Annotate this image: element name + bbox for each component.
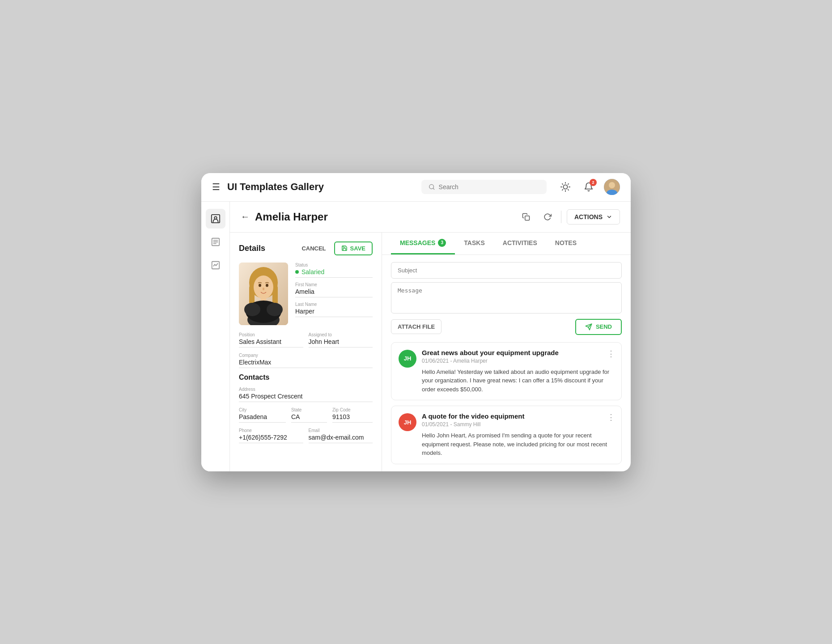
position-field: Position Sales Assistant <box>239 332 303 347</box>
city-state-zip-row: City Pasadena State CA Zip Code 91103 <box>239 407 373 423</box>
save-button[interactable]: SAVE <box>334 242 373 255</box>
msg1-content: Great news about your equipment upgrade … <box>422 349 614 394</box>
msg2-title: A quote for the video equipment <box>422 412 614 420</box>
msg1-body: Hello Amelia! Yesterday we talked about … <box>422 368 614 394</box>
profile-fields: Status Salaried First Name Amelia <box>295 263 373 325</box>
header-actions: ACTIONS <box>518 209 620 225</box>
status-value: Salaried <box>295 268 373 278</box>
search-bar <box>421 180 547 194</box>
city-field: City Pasadena <box>239 407 286 423</box>
svg-rect-21 <box>525 216 530 220</box>
app-title: UI Templates Gallery <box>227 181 421 193</box>
compose-area: ATTACH FILE SEND <box>391 262 622 335</box>
state-label: State <box>291 407 327 412</box>
svg-point-2 <box>563 185 567 189</box>
last-name-value: Harper <box>295 308 373 317</box>
sidebar <box>201 202 230 471</box>
last-name-field: Last Name Harper <box>295 302 373 317</box>
refresh-icon-btn[interactable] <box>539 209 556 225</box>
user-avatar-img <box>604 179 620 195</box>
first-name-label: First Name <box>295 282 373 287</box>
msg1-menu[interactable]: ⋮ <box>607 349 615 359</box>
header-divider <box>561 211 561 223</box>
phone-field: Phone +1(626)555-7292 <box>239 428 303 443</box>
message-input[interactable] <box>391 282 622 314</box>
cancel-button[interactable]: CANCEL <box>297 242 330 254</box>
message-card-2: JH A quote for the video equipment 01/05… <box>391 406 622 464</box>
state-field: State CA <box>291 407 327 423</box>
address-value: 645 Prospect Crescent <box>239 393 373 402</box>
first-name-field: First Name Amelia <box>295 282 373 297</box>
two-panel: Details CANCEL SAVE <box>230 233 631 471</box>
msg1-title: Great news about your equipment upgrade <box>422 349 614 356</box>
sidebar-item-contacts[interactable] <box>206 209 225 229</box>
msg2-menu[interactable]: ⋮ <box>607 412 615 422</box>
assigned-field: Assigned to John Heart <box>309 332 373 347</box>
address-field: Address 645 Prospect Crescent <box>239 387 373 402</box>
address-label: Address <box>239 387 373 392</box>
left-panel: Details CANCEL SAVE <box>230 233 382 471</box>
msg2-body: Hello John Heart, As promised I'm sendin… <box>422 431 614 458</box>
svg-point-26 <box>254 275 273 299</box>
user-avatar[interactable] <box>604 179 620 195</box>
svg-line-1 <box>433 188 434 190</box>
svg-line-9 <box>562 190 563 190</box>
page-title-row: ← Amelia Harper <box>241 211 328 223</box>
top-nav: ☰ UI Templates Gallery <box>201 173 631 202</box>
tabs-bar: MESSAGES 3 TASKS ACTIVITIES NOTES <box>382 233 631 255</box>
profile-photo <box>239 263 288 325</box>
list-icon <box>211 237 221 247</box>
svg-line-6 <box>568 190 569 190</box>
send-icon <box>585 323 592 330</box>
first-name-value: Amelia <box>295 288 373 297</box>
copy-icon-btn[interactable] <box>518 209 534 225</box>
position-assigned-row: Position Sales Assistant Assigned to Joh… <box>239 332 373 347</box>
settings-icon-btn[interactable] <box>557 179 573 195</box>
back-icon[interactable]: ← <box>241 212 250 222</box>
status-label: Status <box>295 263 373 267</box>
page-header: ← Amelia Harper <box>230 202 631 233</box>
hamburger-icon[interactable]: ☰ <box>212 182 220 192</box>
status-field-group: Status Salaried <box>295 263 373 278</box>
state-value: CA <box>291 413 327 423</box>
send-button[interactable]: SEND <box>575 319 622 335</box>
assigned-value: John Heart <box>309 338 373 347</box>
tab-messages[interactable]: MESSAGES 3 <box>391 233 455 254</box>
search-input[interactable] <box>439 183 539 191</box>
phone-label: Phone <box>239 428 303 433</box>
email-field: Email sam@dx-email.com <box>309 428 373 443</box>
svg-point-31 <box>263 288 264 290</box>
phone-email-row: Phone +1(626)555-7292 Email sam@dx-email… <box>239 428 373 443</box>
chevron-down-icon <box>606 214 612 220</box>
tab-notes[interactable]: NOTES <box>546 233 586 254</box>
profile-image <box>239 263 288 325</box>
actions-button[interactable]: ACTIONS <box>567 209 620 225</box>
svg-point-34 <box>267 303 283 316</box>
tab-tasks[interactable]: TASKS <box>455 233 493 254</box>
position-label: Position <box>239 332 303 337</box>
attach-file-button[interactable]: ATTACH FILE <box>391 319 441 334</box>
tab-activities[interactable]: ACTIVITIES <box>494 233 546 254</box>
contacts-icon <box>211 214 221 224</box>
copy-icon <box>522 213 530 221</box>
position-value: Sales Assistant <box>239 338 303 347</box>
sidebar-item-list[interactable] <box>206 232 225 252</box>
msg1-avatar: JH <box>399 350 416 368</box>
messages-area: ATTACH FILE SEND <box>382 255 631 471</box>
notifications-icon-btn[interactable]: 2 <box>581 179 597 195</box>
search-icon <box>429 183 435 191</box>
zip-label: Zip Code <box>332 407 373 412</box>
save-icon <box>341 245 348 251</box>
refresh-icon <box>543 213 552 221</box>
compose-actions: ATTACH FILE SEND <box>391 319 622 335</box>
company-value: ElectrixMax <box>239 359 373 368</box>
subject-input[interactable] <box>391 262 622 279</box>
city-value: Pasadena <box>239 413 286 423</box>
sidebar-item-chart[interactable] <box>206 255 225 275</box>
zip-value: 91103 <box>332 413 373 423</box>
svg-point-33 <box>244 303 260 316</box>
details-actions: CANCEL SAVE <box>297 242 373 255</box>
zip-field: Zip Code 91103 <box>332 407 373 423</box>
notification-badge: 2 <box>590 179 597 186</box>
svg-line-10 <box>568 184 569 184</box>
